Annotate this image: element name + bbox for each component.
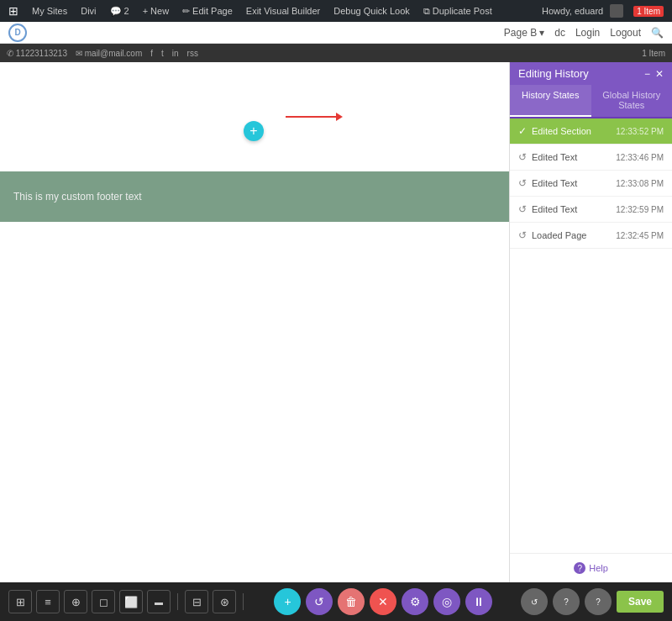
history-item[interactable]: ↺ Edited Text 12:32:59 PM: [510, 197, 672, 223]
page-canvas: + This is my custom footer text: [0, 62, 509, 582]
logout-link[interactable]: Logout: [610, 27, 641, 39]
new-post[interactable]: + New: [139, 0, 172, 22]
duplicate-icon: ⧉: [423, 6, 430, 17]
history-item-left: ↺ Edited Text: [518, 177, 577, 189]
delete-button[interactable]: 🗑: [338, 588, 365, 615]
dc-link[interactable]: dc: [554, 27, 565, 39]
history-item-time: 12:33:08 PM: [616, 179, 664, 188]
avatar: [610, 4, 623, 18]
help-button-toolbar[interactable]: ↺: [521, 588, 548, 615]
my-sites[interactable]: My Sites: [29, 0, 71, 22]
panel-header-actions: − ✕: [644, 68, 664, 80]
my-sites-label: My Sites: [32, 6, 67, 16]
history-item-label: Loaded Page: [532, 230, 586, 240]
history-item-time: 12:33:46 PM: [616, 153, 664, 162]
cart-info: 1 Item: [642, 49, 665, 58]
comments-icon: 💬: [110, 6, 122, 17]
notifications[interactable]: 1 Item: [630, 0, 667, 22]
help-button[interactable]: ? Help: [574, 562, 608, 574]
arrow-line: [286, 116, 336, 118]
history-item-time: 12:32:59 PM: [616, 205, 664, 214]
wireframe-view-button[interactable]: ⊞: [8, 590, 32, 613]
history-item[interactable]: ↺ Edited Text 12:33:46 PM: [510, 145, 672, 171]
panel-help: ? Help: [510, 553, 672, 583]
duplicate-post[interactable]: ⧉ Duplicate Post: [420, 0, 496, 22]
new-icon: +: [143, 6, 148, 16]
bottom-toolbar: ⊞ ≡ ⊕ ◻ ⬜ ▬ ⊟ ⊛ + ↺ 🗑 ✕ ⚙ ◎ ⏸ ↺ ? ? Save: [0, 582, 672, 621]
red-arrow: [286, 113, 343, 121]
list-view-button[interactable]: ≡: [36, 590, 60, 613]
tab-history-states-label: History States: [522, 90, 579, 100]
tab-history-states[interactable]: History States: [510, 85, 591, 117]
divi-label: Divi: [81, 6, 96, 16]
search-icon[interactable]: 🔍: [651, 27, 664, 39]
portability-button[interactable]: ?: [585, 588, 612, 615]
tab-global-history-states[interactable]: Global History States: [591, 85, 673, 117]
toolbar-separator: [177, 593, 178, 610]
panel-title: Editing History: [518, 67, 589, 80]
history-item[interactable]: ✓ Edited Section 12:33:52 PM: [510, 118, 672, 145]
layers-button[interactable]: ⊕: [64, 590, 87, 613]
save-button[interactable]: Save: [617, 591, 664, 613]
tablet-view-button[interactable]: ⬜: [119, 590, 143, 613]
add-section-button[interactable]: +: [244, 121, 264, 141]
duplicate-label: Duplicate Post: [433, 6, 492, 16]
history-item[interactable]: ↺ Loaded Page 12:32:45 PM: [510, 223, 672, 249]
page-selector[interactable]: Page B ▾: [504, 27, 544, 39]
history-item-left: ↺ Edited Text: [518, 151, 577, 163]
wp-logo[interactable]: ⊞: [5, 0, 22, 22]
wp-admin-bar: ⊞ My Sites Divi 💬 2 + New ✏ Edit Page Ex…: [0, 0, 672, 22]
panel-close-button[interactable]: ✕: [655, 68, 664, 80]
new-label: New: [150, 6, 169, 16]
rss-icon[interactable]: rss: [187, 49, 198, 58]
grid-view-button[interactable]: ⊟: [185, 590, 208, 613]
history-item-time: 12:32:45 PM: [616, 231, 664, 240]
twitter-icon[interactable]: t: [161, 49, 164, 58]
divi-logo: D: [8, 24, 34, 42]
history-item-label: Edited Text: [532, 152, 577, 162]
debug-label: Debug Quick Look: [333, 6, 410, 16]
divi-nav: Page B ▾ dc Login Logout 🔍: [504, 27, 664, 39]
phone-number: ✆ 11223113213: [7, 49, 67, 58]
close-module-button[interactable]: ✕: [370, 588, 396, 615]
desktop-view-button[interactable]: ◻: [92, 590, 115, 613]
history-item[interactable]: ↺ Edited Text 12:33:08 PM: [510, 171, 672, 197]
history-item-left: ✓ Edited Section: [518, 125, 591, 137]
editing-history-panel: Editing History − ✕ History States Globa…: [509, 62, 672, 582]
help-circle-icon: ?: [574, 562, 585, 574]
chevron-down-icon: ▾: [539, 27, 544, 39]
facebook-icon[interactable]: f: [150, 49, 153, 58]
history-item-label: Edited Section: [532, 126, 591, 136]
edit-page[interactable]: ✏ Edit Page: [179, 0, 236, 22]
exit-visual-builder[interactable]: Exit Visual Builder: [243, 0, 323, 22]
history-item-time: 12:33:52 PM: [616, 127, 664, 136]
history-item-left: ↺ Loaded Page: [518, 229, 586, 241]
divi-logo-circle: D: [8, 24, 27, 42]
focus-button[interactable]: ◎: [433, 588, 460, 615]
custom-footer-section: This is my custom footer text: [0, 171, 509, 222]
divi-toolbar: D Page B ▾ dc Login Logout 🔍: [0, 22, 672, 44]
zoom-button[interactable]: ⊛: [213, 590, 236, 613]
settings-button[interactable]: ⚙: [402, 588, 428, 615]
undo-button[interactable]: ↺: [306, 588, 333, 615]
debug-quick-look[interactable]: Debug Quick Look: [330, 0, 413, 22]
add-module-button[interactable]: +: [274, 588, 301, 615]
history-item-left: ↺ Edited Text: [518, 203, 577, 215]
linkedin-icon[interactable]: in: [172, 49, 179, 58]
history-item-label: Edited Text: [532, 204, 577, 214]
pause-button[interactable]: ⏸: [465, 588, 492, 615]
site-info-bar: ✆ 11223113213 ✉ mail@mail.com f t in rss…: [0, 44, 672, 62]
toolbar-separator-2: [243, 593, 244, 610]
custom-footer-text: This is my custom footer text: [13, 191, 142, 203]
tab-global-history-label: Global History States: [602, 90, 660, 110]
divi-menu[interactable]: Divi: [77, 0, 99, 22]
edit-label: Edit Page: [192, 6, 233, 16]
comments[interactable]: 💬 2: [107, 0, 133, 22]
phone-view-button[interactable]: ▬: [147, 590, 171, 613]
howdy-text: Howdy, eduard: [542, 6, 603, 16]
login-link[interactable]: Login: [575, 27, 600, 39]
keyboard-shortcuts-button[interactable]: ?: [553, 588, 580, 615]
undo-icon: ↺: [518, 177, 527, 189]
panel-minimize-button[interactable]: −: [644, 68, 650, 80]
page-name: Page B: [504, 27, 537, 39]
